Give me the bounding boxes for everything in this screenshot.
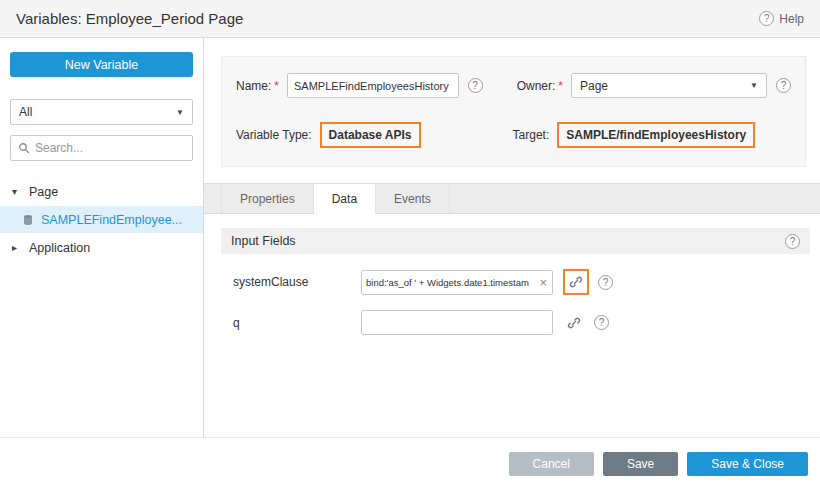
systemclause-input-box: × [361,270,553,295]
variable-type-value: Database APIs [320,122,421,148]
tree-group-application[interactable]: ▸ Application [0,233,203,262]
search-icon [18,142,30,154]
tab-properties[interactable]: Properties [221,184,314,213]
search-box [10,135,193,161]
section-title: Input Fields [231,234,296,248]
field-row-q: q ? [221,310,810,335]
owner-select[interactable]: Page ▼ [571,73,767,98]
owner-label: Owner: [517,79,556,93]
name-label: Name: [236,79,271,93]
variables-dialog: { "header": { "title": "Variables: Emplo… [0,0,820,489]
tree-item-variable[interactable]: SAMPLEFindEmployee... [0,206,203,233]
required-marker: * [274,79,279,93]
new-variable-button[interactable]: New Variable [10,52,193,77]
save-and-close-button[interactable]: Save & Close [687,452,808,476]
save-button[interactable]: Save [603,452,678,476]
systemclause-help-icon[interactable]: ? [598,275,613,290]
variables-tree: ▾ Page SAMPLEFindEmployee... ▸ Applicati… [0,177,203,262]
dialog-header: Variables: Employee_Period Page ? Help [0,0,820,38]
variable-type-label: Variable Type: [236,128,312,142]
tab-data[interactable]: Data [314,184,376,214]
tab-bar: Properties Data Events [204,183,820,214]
owner-help-icon[interactable]: ? [776,78,791,93]
help-link[interactable]: ? Help [759,11,804,26]
name-help-icon[interactable]: ? [468,78,483,93]
tab-events[interactable]: Events [376,184,450,213]
name-owner-row: Name: * ? Owner: * Page ▼ ? [236,73,791,98]
input-fields-header: Input Fields ? [221,228,810,254]
chevron-down-icon: ▼ [750,81,758,90]
field-label: systemClause [221,275,361,289]
cancel-button[interactable]: Cancel [509,452,594,476]
bind-link-icon[interactable] [563,269,589,295]
help-label: Help [779,12,804,26]
filter-selected-value: All [19,105,32,119]
search-input[interactable] [35,141,185,155]
help-icon: ? [759,11,774,26]
caret-down-icon: ▾ [12,186,22,197]
target-value: SAMPLE/findEmployeesHistory [557,122,755,148]
chevron-down-icon: ▼ [176,108,184,117]
tree-group-page[interactable]: ▾ Page [0,177,203,206]
type-target-row: Variable Type: Database APIs Target: SAM… [236,122,791,148]
data-tab-panel: Input Fields ? systemClause × ? [204,214,820,335]
clear-icon[interactable]: × [537,276,549,289]
variable-filter-select[interactable]: All ▼ [10,99,193,125]
tree-item-label: SAMPLEFindEmployee... [41,213,182,227]
target-label: Target: [513,128,550,142]
variables-sidebar: New Variable All ▼ ▾ Page SAMPLEFind [0,38,204,437]
dialog-body: New Variable All ▼ ▾ Page SAMPLEFind [0,38,820,437]
q-input-box [361,310,553,335]
owner-group: Owner: * Page ▼ [517,73,767,98]
database-variable-icon [22,214,34,226]
q-help-icon[interactable]: ? [594,315,609,330]
required-marker: * [558,79,563,93]
owner-selected-value: Page [580,79,608,93]
dialog-footer: Cancel Save Save & Close [0,437,820,489]
input-fields-help-icon[interactable]: ? [785,234,800,249]
variable-editor: Name: * ? Owner: * Page ▼ ? Variable Typ… [204,38,820,437]
page-title: Variables: Employee_Period Page [16,10,243,27]
q-input[interactable] [366,317,549,328]
variable-summary-panel: Name: * ? Owner: * Page ▼ ? Variable Typ… [221,56,806,167]
caret-right-icon: ▸ [12,242,22,253]
tree-group-label: Page [29,185,58,199]
field-row-systemclause: systemClause × ? [221,269,810,295]
systemclause-input[interactable] [366,277,537,288]
bind-link-icon[interactable] [563,312,585,334]
tree-group-label: Application [29,241,90,255]
name-input[interactable] [287,73,459,98]
field-label: q [221,316,361,330]
